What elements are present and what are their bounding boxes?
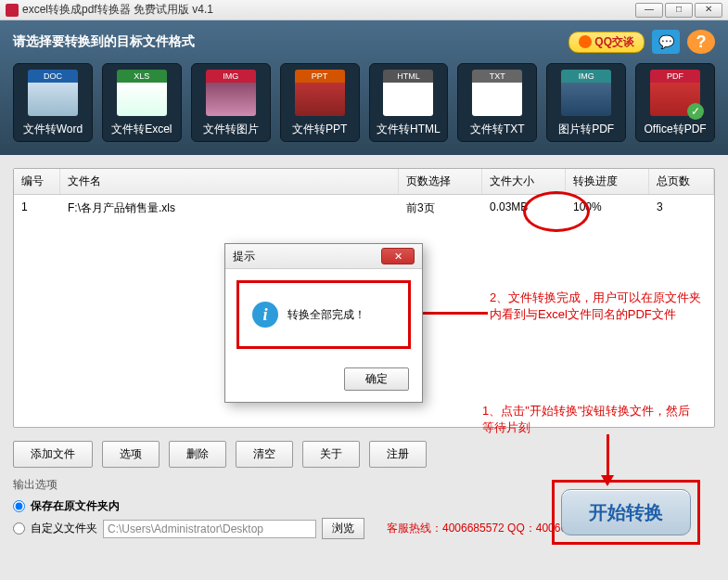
info-icon: i xyxy=(252,302,278,328)
doc-icon: DOC xyxy=(28,70,78,116)
col-prog[interactable]: 转换进度 xyxy=(566,169,649,194)
format-label: 文件转TXT xyxy=(462,122,532,137)
table-header: 编号 文件名 页数选择 文件大小 转换进度 总页数 xyxy=(14,169,714,195)
help-button[interactable]: ? xyxy=(687,30,715,54)
dialog-message: 转换全部完成！ xyxy=(287,307,365,323)
dialog-ok-button[interactable]: 确定 xyxy=(344,367,409,391)
alert-dialog: 提示 ✕ i 转换全部完成！ 确定 xyxy=(224,243,423,403)
dialog-body: i 转换全部完成！ xyxy=(236,280,411,349)
format-label: 文件转HTML xyxy=(374,122,444,137)
register-button[interactable]: 注册 xyxy=(369,441,427,468)
window-title: excel转换成pdf转换器 免费试用版 v4.1 xyxy=(22,2,213,18)
radio-save-original-label: 保存在原文件夹内 xyxy=(31,498,120,514)
format-label: Office转PDF xyxy=(640,122,710,137)
qq-icon xyxy=(579,35,592,48)
annotation-circle-progress xyxy=(523,191,590,232)
maximize-button[interactable]: □ xyxy=(665,3,693,18)
format-card-ppt[interactable]: PPT文件转PPT xyxy=(280,63,360,142)
about-button[interactable]: 关于 xyxy=(302,441,360,468)
format-row: DOC文件转WordXLS文件转ExcelIMG文件转图片PPT文件转PPTHT… xyxy=(13,63,715,142)
format-card-pdf[interactable]: PDF✓Office转PDF xyxy=(635,63,715,142)
browse-button[interactable]: 浏览 xyxy=(322,518,364,539)
app-icon xyxy=(6,4,19,17)
add-file-button[interactable]: 添加文件 xyxy=(13,441,93,468)
col-pages[interactable]: 页数选择 xyxy=(399,169,482,194)
format-label: 文件转PPT xyxy=(285,122,355,137)
col-size[interactable]: 文件大小 xyxy=(482,169,566,194)
format-card-img[interactable]: IMG文件转图片 xyxy=(191,63,271,142)
ppt-icon: PPT xyxy=(295,70,345,116)
col-name[interactable]: 文件名 xyxy=(60,169,399,194)
pdf-icon: PDF✓ xyxy=(650,70,700,116)
col-total[interactable]: 总页数 xyxy=(649,169,714,194)
table-row[interactable]: 1 F:\各月产品销售量.xls 前3页 0.03MB 100% 3 xyxy=(14,195,714,222)
delete-button[interactable]: 删除 xyxy=(169,441,226,468)
minimize-button[interactable]: — xyxy=(635,3,663,18)
close-button[interactable]: ✕ xyxy=(695,3,722,18)
header: 请选择要转换到的目标文件格式 QQ交谈 💬 ? DOC文件转WordXLS文件转… xyxy=(0,20,728,155)
htm-icon: HTML xyxy=(383,70,433,116)
annotation-1: 1、点击"开始转换"按钮转换文件，然后等待片刻 xyxy=(482,403,696,436)
titlebar: excel转换成pdf转换器 免费试用版 v4.1 — □ ✕ xyxy=(0,0,728,20)
header-prompt: 请选择要转换到的目标文件格式 xyxy=(13,33,568,50)
dialog-titlebar: 提示 ✕ xyxy=(225,244,422,269)
clear-button[interactable]: 清空 xyxy=(236,441,293,468)
format-card-txt[interactable]: TXT文件转TXT xyxy=(457,63,537,142)
dialog-close-button[interactable]: ✕ xyxy=(381,248,415,264)
dialog-title-text: 提示 xyxy=(233,249,381,264)
imgp-icon: IMG xyxy=(561,70,611,116)
format-card-imgp[interactable]: IMG图片转PDF xyxy=(546,63,626,142)
format-label: 文件转Word xyxy=(18,122,88,137)
radio-custom-folder-label: 自定义文件夹 xyxy=(31,521,97,536)
format-label: 文件转Excel xyxy=(107,122,177,137)
output-path-input[interactable] xyxy=(103,520,316,538)
txt-icon: TXT xyxy=(472,70,522,116)
annotation-2: 2、文件转换完成，用户可以在原文件夹内看到与Excel文件同名的PDF文件 xyxy=(490,290,703,323)
start-convert-button[interactable]: 开始转换 xyxy=(561,489,691,535)
format-label: 图片转PDF xyxy=(551,122,621,137)
action-row: 添加文件 选项 删除 清空 关于 注册 xyxy=(0,441,728,477)
format-label: 文件转图片 xyxy=(196,122,266,137)
col-num[interactable]: 编号 xyxy=(14,169,60,194)
xls-icon: XLS xyxy=(117,70,167,116)
radio-save-original[interactable] xyxy=(13,500,25,512)
radio-custom-folder[interactable] xyxy=(13,522,25,535)
chat-button[interactable]: 💬 xyxy=(652,30,680,54)
qq-chat-button[interactable]: QQ交谈 xyxy=(568,32,645,53)
annotation-arrow-1 xyxy=(607,434,609,477)
options-button[interactable]: 选项 xyxy=(102,441,160,468)
format-card-xls[interactable]: XLS文件转Excel xyxy=(102,63,182,142)
img-icon: IMG xyxy=(206,70,256,116)
annotation-arrowhead-1 xyxy=(601,475,614,486)
format-card-doc[interactable]: DOC文件转Word xyxy=(13,63,93,142)
format-card-htm[interactable]: HTML文件转HTML xyxy=(369,63,449,142)
